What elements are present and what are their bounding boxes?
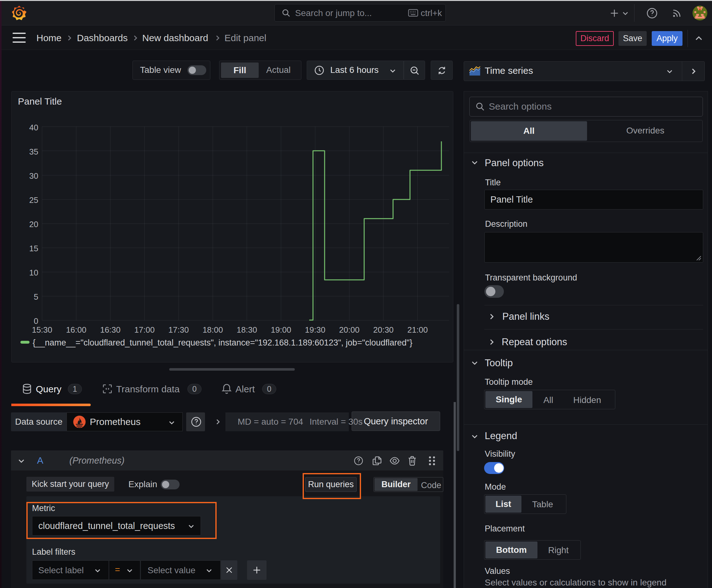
svg-text:40: 40	[29, 123, 38, 132]
svg-text:21:00: 21:00	[408, 325, 428, 335]
svg-text:18:00: 18:00	[202, 325, 223, 335]
svg-text:10: 10	[29, 268, 38, 277]
svg-text:20:30: 20:30	[373, 325, 394, 335]
svg-text:0: 0	[34, 316, 38, 326]
svg-text:15: 15	[29, 244, 38, 253]
svg-text:25: 25	[29, 195, 38, 205]
svg-text:20:00: 20:00	[339, 325, 360, 335]
svg-text:19:30: 19:30	[305, 325, 325, 335]
svg-text:5: 5	[34, 292, 38, 301]
svg-text:35: 35	[29, 147, 38, 156]
svg-text:{__name__="cloudflared_tunnel_: {__name__="cloudflared_tunnel_total_requ…	[33, 338, 412, 348]
svg-text:16:30: 16:30	[100, 325, 121, 335]
svg-text:15:30: 15:30	[32, 325, 52, 335]
svg-text:17:30: 17:30	[168, 325, 189, 335]
svg-text:18:30: 18:30	[237, 325, 257, 335]
svg-text:30: 30	[29, 171, 38, 181]
svg-text:20: 20	[29, 219, 38, 229]
svg-text:19:00: 19:00	[271, 325, 291, 335]
svg-text:17:00: 17:00	[134, 325, 155, 335]
svg-text:16:00: 16:00	[66, 325, 86, 335]
